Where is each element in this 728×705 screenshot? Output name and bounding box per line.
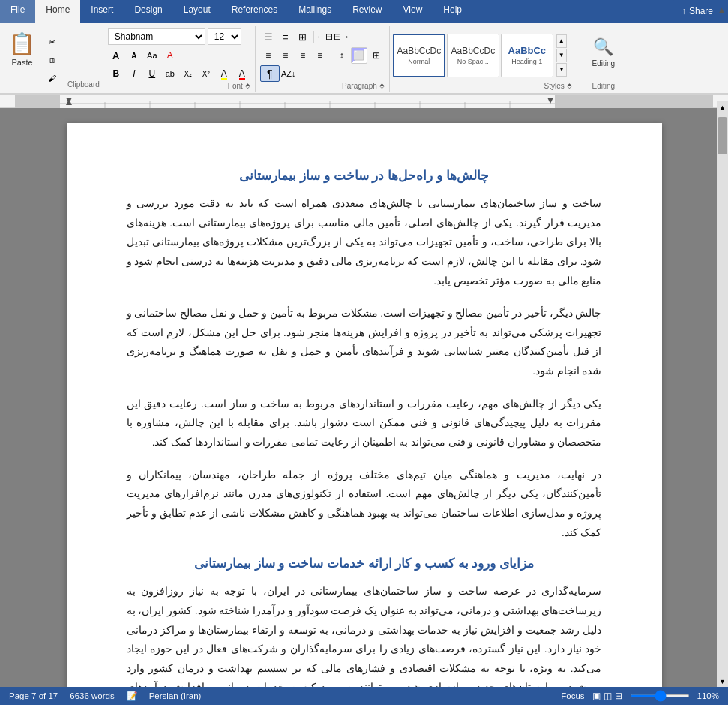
status-bar: Page 7 of 17 6636 words 📝 Persian (Iran)… xyxy=(0,687,728,697)
style-nospace-name: No Spac... xyxy=(457,58,489,65)
sort-button[interactable]: AZ↓ xyxy=(280,65,297,82)
scroll-up-button[interactable]: ▲ xyxy=(717,101,728,112)
clear-formatting-button[interactable]: A xyxy=(162,47,178,64)
styles-scroll-up[interactable]: ▲ xyxy=(556,34,567,48)
svg-rect-2 xyxy=(555,94,713,108)
numbering-button[interactable]: ≡ xyxy=(277,28,294,45)
share-icon: ↑ xyxy=(682,6,686,16)
style-heading1[interactable]: AaBbCc Heading 1 xyxy=(501,34,553,77)
svg-rect-0 xyxy=(15,94,60,108)
document-paragraph-1: ساخت و ساز ساختمان‌های بیمارستانی با چال… xyxy=(127,194,602,290)
tab-mailings[interactable]: Mailings xyxy=(288,0,342,22)
style-normal[interactable]: AaBbCcDc Normal xyxy=(393,34,445,77)
styles-group-expand[interactable]: ⬘ xyxy=(567,82,572,90)
grow-font-button[interactable]: A xyxy=(108,47,124,64)
italic-button[interactable]: I xyxy=(126,65,142,82)
scroll-down-button[interactable]: ▼ xyxy=(717,676,728,687)
focus-button[interactable]: Focus xyxy=(561,692,584,697)
justify-button[interactable]: ≡ xyxy=(312,47,328,64)
increase-indent-button[interactable]: ⊟→ xyxy=(334,28,350,45)
tab-insert[interactable]: Insert xyxy=(80,0,124,22)
share-button[interactable]: ↑ Share xyxy=(673,0,722,22)
tab-help[interactable]: Help xyxy=(433,0,472,22)
status-left: Page 7 of 17 6636 words 📝 Persian (Iran) xyxy=(9,691,201,697)
paste-button[interactable]: 📋 Paste xyxy=(3,28,41,92)
styles-scroll-down[interactable]: ▼ xyxy=(556,49,567,62)
show-formatting-button[interactable]: ¶ xyxy=(260,65,280,82)
tab-references[interactable]: References xyxy=(221,0,288,22)
font-family-selector[interactable]: Shabnam xyxy=(108,28,205,45)
read-mode-icon[interactable]: ⊟ xyxy=(615,691,622,697)
tab-layout[interactable]: Layout xyxy=(173,0,221,22)
styles-more-button[interactable]: ▾ xyxy=(556,63,567,76)
document-paragraph-4: در نهایت، مدیریت و هماهنگی میان تیم‌های … xyxy=(127,466,602,543)
ribbon-body: 📋 Paste ✂ ⧉ 🖌 Clipboard Shabnam 12 A A A… xyxy=(0,22,728,94)
subscript-button[interactable]: X₂ xyxy=(180,65,196,82)
change-case-button[interactable]: Aa xyxy=(144,47,160,64)
font-group-expand[interactable]: ⬘ xyxy=(245,82,250,90)
view-icons: ▣ ◫ ⊟ xyxy=(592,691,622,697)
paste-icon: 📋 xyxy=(9,32,35,56)
font-group: Shabnam 12 A A Aa A B I U ab X₂ X² A A xyxy=(103,26,256,92)
bullets-button[interactable]: ☰ xyxy=(260,28,277,45)
styles-group-label: Styles xyxy=(544,82,565,90)
font-size-selector[interactable]: 12 xyxy=(208,28,241,45)
editing-group: 🔍 Editing Editing xyxy=(577,26,630,92)
style-normal-preview: AaBbCcDc xyxy=(397,46,441,56)
print-layout-icon[interactable]: ▣ xyxy=(592,691,601,697)
superscript-button[interactable]: X² xyxy=(198,65,214,82)
svg-rect-1 xyxy=(60,94,555,108)
document-heading-1: چالش‌ها و راه‌حل‌ها در ساخت و ساز بیمارس… xyxy=(127,168,602,184)
document-container[interactable]: چالش‌ها و راه‌حل‌ها در ساخت و ساز بیمارس… xyxy=(0,108,728,697)
vertical-scrollbar[interactable]: ▲ ▼ xyxy=(717,101,728,687)
tab-view[interactable]: View xyxy=(393,0,433,22)
clipboard-group: 📋 Paste ✂ ⧉ 🖌 xyxy=(0,26,64,92)
collapse-ribbon-button[interactable]: ▲ xyxy=(718,5,726,14)
proofing-icon: 📝 xyxy=(127,691,137,697)
editing-group-label: Editing xyxy=(592,82,616,90)
borders-button[interactable]: ⊞ xyxy=(368,47,385,64)
tab-file[interactable]: File xyxy=(0,0,35,22)
scrollbar-thumb[interactable] xyxy=(718,117,727,154)
font-color-button[interactable]: A xyxy=(234,65,250,82)
tab-home[interactable]: Home xyxy=(35,0,80,22)
document-paragraph-3: یکی دیگر از چالش‌های مهم، رعایت مقررات و… xyxy=(127,394,602,452)
style-h1-name: Heading 1 xyxy=(511,58,542,65)
ruler xyxy=(0,94,728,108)
tab-review[interactable]: Review xyxy=(342,0,392,22)
shading-button[interactable]: ⬜ xyxy=(351,47,367,64)
zoom-level: 110% xyxy=(697,692,719,697)
highlight-icon: A xyxy=(221,68,227,79)
editing-icon: 🔍 xyxy=(593,38,613,57)
style-no-spacing[interactable]: AaBbCcDc No Spac... xyxy=(447,34,499,77)
styles-group: AaBbCcDc Normal AaBbCcDc No Spac... AaBb… xyxy=(390,26,577,92)
document-page: چالش‌ها و راه‌حل‌ها در ساخت و ساز بیمارس… xyxy=(67,123,662,697)
web-layout-icon[interactable]: ◫ xyxy=(604,691,612,697)
copy-button[interactable]: ⧉ xyxy=(43,52,61,68)
editing-label: Editing xyxy=(592,59,616,68)
line-spacing-button[interactable]: ↕ xyxy=(334,47,350,64)
paragraph-group-expand[interactable]: ⬘ xyxy=(379,82,385,90)
align-center-button[interactable]: ≡ xyxy=(277,47,294,64)
collapse-ribbon-area: ▲ xyxy=(715,0,728,18)
shrink-font-button[interactable]: A xyxy=(126,47,142,64)
font-group-label: Font xyxy=(228,82,243,90)
zoom-slider[interactable] xyxy=(630,694,690,697)
format-painter-button[interactable]: 🖌 xyxy=(43,70,61,86)
cut-button[interactable]: ✂ xyxy=(43,34,61,50)
decrease-indent-button[interactable]: ←⊟ xyxy=(316,28,333,45)
document-heading-2: مزایای ورود به کسب و کار ارائه خدمات ساخ… xyxy=(127,556,602,572)
multilevel-list-button[interactable]: ⊞ xyxy=(295,28,311,45)
align-right-button[interactable]: ≡ xyxy=(295,47,311,64)
bold-button[interactable]: B xyxy=(108,65,124,82)
style-h1-preview: AaBbCc xyxy=(508,45,547,56)
paragraph-group-label: Paragraph xyxy=(342,82,377,90)
underline-button[interactable]: U xyxy=(144,65,160,82)
clipboard-small-buttons: ✂ ⧉ 🖌 xyxy=(43,28,61,92)
highlight-button[interactable]: A xyxy=(216,65,232,82)
font-color-icon: A xyxy=(239,68,245,79)
tab-design[interactable]: Design xyxy=(124,0,172,22)
strikethrough-button[interactable]: ab xyxy=(162,65,178,82)
align-left-button[interactable]: ≡ xyxy=(260,47,277,64)
status-right: Focus ▣ ◫ ⊟ 110% xyxy=(561,691,719,697)
